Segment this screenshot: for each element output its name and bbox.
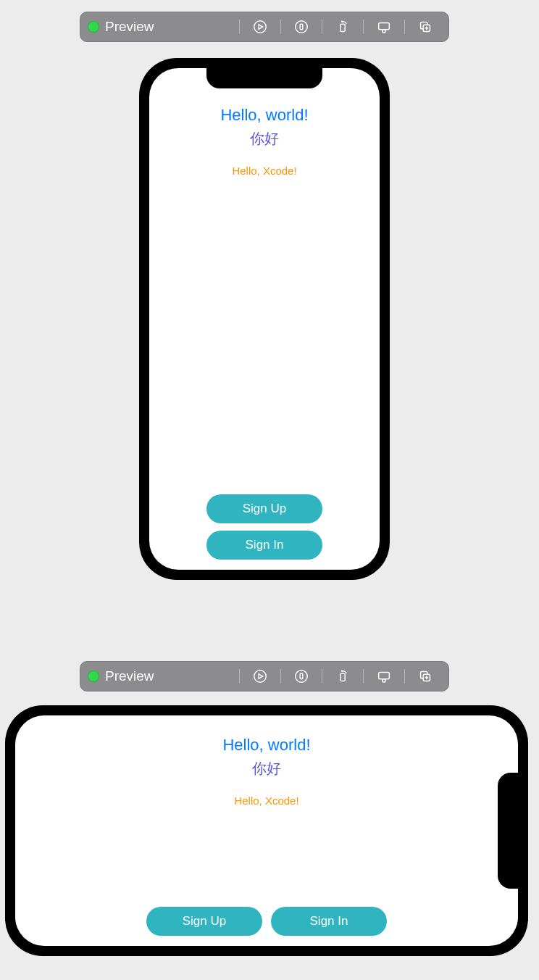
live-preview-button[interactable] (241, 12, 279, 41)
nihao-text: 你好 (252, 759, 281, 778)
preview-label: Preview (105, 668, 154, 684)
selectable-circle-icon (293, 19, 309, 35)
status-dot-icon (88, 21, 99, 33)
preview-toolbar-actions (238, 12, 444, 41)
rotate-icon (335, 668, 351, 684)
hello-xcode-text: Hello, Xcode! (232, 165, 296, 177)
hello-world-text: Hello, world! (220, 106, 308, 125)
app-content: Hello, world! 你好 Hello, Xcode! (15, 715, 518, 807)
device-screen-portrait: Hello, world! 你好 Hello, Xcode! Sign Up S… (149, 68, 380, 570)
svg-point-8 (254, 670, 267, 683)
toolbar-separator (280, 20, 281, 34)
duplicate-plus-icon (417, 19, 433, 35)
hello-world-text: Hello, world! (222, 736, 310, 755)
svg-rect-3 (340, 24, 345, 31)
selectable-preview-button[interactable] (283, 12, 320, 41)
live-preview-button[interactable] (241, 662, 279, 691)
device-frame-landscape: Hello, world! 你好 Hello, Xcode! Sign Up S… (5, 705, 528, 956)
preview-toolbar-actions (238, 662, 444, 691)
svg-rect-10 (300, 673, 303, 678)
play-circle-icon (252, 19, 268, 35)
svg-point-9 (296, 670, 308, 683)
auth-buttons-column: Sign Up Sign In (206, 494, 322, 560)
svg-point-0 (254, 21, 267, 33)
play-circle-icon (252, 668, 268, 684)
svg-point-5 (383, 30, 385, 33)
svg-point-13 (383, 679, 385, 682)
device-notch (498, 773, 518, 889)
toolbar-separator (363, 20, 364, 34)
toolbar-separator (239, 20, 240, 34)
svg-rect-11 (340, 673, 345, 681)
toolbar-separator (404, 20, 405, 34)
status-dot-icon (88, 670, 99, 682)
device-settings-button[interactable] (365, 662, 403, 691)
toolbar-separator (280, 669, 281, 684)
svg-rect-4 (379, 23, 390, 30)
display-icon (376, 19, 392, 35)
signin-button[interactable]: Sign In (271, 907, 387, 936)
toolbar-separator (404, 669, 405, 684)
rotate-device-button[interactable] (324, 662, 362, 691)
signin-button[interactable]: Sign In (206, 531, 322, 560)
signup-button[interactable]: Sign Up (146, 907, 262, 936)
svg-rect-12 (379, 673, 390, 679)
toolbar-separator (322, 20, 322, 34)
device-frame-portrait: Hello, world! 你好 Hello, Xcode! Sign Up S… (139, 58, 390, 580)
duplicate-preview-button[interactable] (406, 12, 444, 41)
selectable-preview-button[interactable] (283, 662, 320, 691)
toolbar-separator (322, 669, 322, 684)
preview-label: Preview (105, 19, 154, 35)
svg-point-1 (296, 21, 308, 33)
svg-rect-2 (300, 24, 303, 29)
duplicate-preview-button[interactable] (406, 662, 444, 691)
display-icon (376, 668, 392, 684)
signup-button[interactable]: Sign Up (206, 494, 322, 523)
toolbar-separator (239, 669, 240, 684)
preview-toolbar: Preview (80, 661, 449, 692)
toolbar-separator (363, 669, 364, 684)
device-notch (206, 68, 322, 88)
duplicate-plus-icon (417, 668, 433, 684)
hello-xcode-text: Hello, Xcode! (234, 794, 298, 807)
device-settings-button[interactable] (365, 12, 403, 41)
nihao-text: 你好 (250, 129, 279, 149)
selectable-circle-icon (293, 668, 309, 684)
rotate-icon (335, 19, 351, 35)
auth-buttons-row: Sign Up Sign In (146, 907, 387, 936)
device-screen-landscape: Hello, world! 你好 Hello, Xcode! Sign Up S… (15, 715, 518, 946)
rotate-device-button[interactable] (324, 12, 362, 41)
preview-toolbar: Preview (80, 12, 449, 42)
